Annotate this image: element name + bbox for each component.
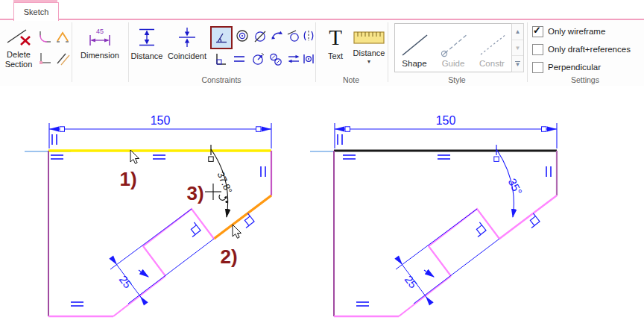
dimension-arrow: [49, 126, 59, 131]
distance-note-label: Distance: [353, 48, 385, 58]
dimension-grip[interactable]: [345, 127, 350, 132]
angle-handle-grip[interactable]: [209, 157, 213, 161]
dimension-button[interactable]: 45 Dimension: [73, 22, 127, 60]
diagonal-edge-selected[interactable]: [214, 195, 271, 239]
width-dimension-value[interactable]: 150: [436, 114, 456, 127]
gallery-expand-icon[interactable]: ▼: [512, 56, 523, 72]
text-note-label: Text: [328, 51, 343, 61]
settings-group-label: Settings: [571, 75, 599, 84]
corner-button[interactable]: [37, 50, 53, 66]
delete-section-icon: [5, 27, 32, 46]
equal-radius-constraint-icon: [268, 51, 283, 66]
concentric-constraint-icon: [235, 28, 250, 43]
dimension-direction-arrow[interactable]: [139, 270, 148, 277]
checkbox-label: Only wireframe: [548, 27, 605, 36]
width-dimension[interactable]: [335, 123, 557, 148]
checkbox-box[interactable]: [532, 62, 543, 73]
equal-glyph[interactable]: [51, 155, 63, 159]
style-item-guide[interactable]: Guide: [434, 24, 473, 70]
slot-dimension[interactable]: [110, 209, 214, 304]
equal-glyph[interactable]: [153, 155, 165, 159]
perpendicular-constraint-icon: [213, 51, 228, 66]
parallel-constraint-button[interactable]: [286, 51, 301, 66]
checkbox-label: Perpendicular: [548, 63, 601, 72]
setting-only-wireframe[interactable]: Only wireframe: [532, 25, 605, 38]
equal-glyph[interactable]: [356, 302, 369, 306]
style-item-label: Constr: [479, 59, 505, 68]
distance-constraint-button[interactable]: Distance: [129, 22, 165, 61]
gallery-scroll-down-icon[interactable]: ▼: [512, 40, 523, 57]
equal-glyph[interactable]: [438, 155, 450, 159]
style-item-constr[interactable]: Constr: [473, 24, 511, 70]
constraints-group-label: Constraints: [201, 75, 241, 84]
coincident-constraint-button[interactable]: Coincident: [165, 22, 209, 61]
diameter-constraint-button[interactable]: [253, 28, 268, 43]
concentric-constraint-button[interactable]: [235, 28, 250, 43]
width-dimension[interactable]: [49, 123, 271, 148]
dimension-icon-value: 45: [96, 28, 104, 35]
delete-section-button[interactable]: Delete Section: [1, 22, 36, 69]
tangent-constraint-button[interactable]: [270, 28, 285, 43]
parallel-constraint-icon: [286, 51, 301, 66]
ruler-icon: [353, 31, 385, 45]
perpendicular-glyph[interactable]: [525, 213, 540, 228]
angle-handle-grip[interactable]: [494, 157, 499, 161]
trim-extend-icon: [55, 51, 70, 66]
slot-dimension[interactable]: [396, 209, 499, 304]
step-label-1: 1): [119, 168, 136, 190]
dimension-label: Dimension: [80, 51, 119, 60]
dimension-grip[interactable]: [542, 127, 547, 132]
tab-sketch[interactable]: Sketch: [13, 2, 59, 21]
parallel-glyph[interactable]: [546, 166, 551, 177]
style-group-label: Style: [448, 75, 465, 84]
touch-constraint-button[interactable]: [286, 28, 301, 43]
angle-dimension-value[interactable]: 35°: [505, 176, 525, 197]
radius-constraint-button[interactable]: [250, 51, 265, 66]
parallel-glyph[interactable]: [52, 134, 57, 145]
width-dimension-value[interactable]: 150: [151, 114, 171, 127]
setting-perpendicular[interactable]: Perpendicular: [532, 60, 601, 74]
equal-constraint-button[interactable]: [232, 51, 247, 66]
chamfer-button[interactable]: [54, 28, 70, 44]
setting-only-draft-references[interactable]: Only draft+references: [532, 43, 631, 56]
style-gallery-scrollbar: ▲ ▼ ▼: [511, 23, 524, 72]
chevron-down-icon[interactable]: ▼: [367, 60, 372, 64]
equal-radius-constraint-button[interactable]: [268, 51, 283, 66]
slot-dimension-value[interactable]: 25: [402, 273, 420, 291]
perpendicular-glyph[interactable]: [186, 222, 201, 237]
tab-bar: Sketch: [0, 0, 644, 20]
dimension-arrow: [335, 126, 344, 131]
perpendicular-constraint-button[interactable]: [213, 51, 228, 66]
equal-glyph[interactable]: [71, 302, 83, 306]
perpendicular-glyph[interactable]: [471, 222, 486, 237]
dimension-direction-arrow[interactable]: [424, 270, 434, 277]
trim-extend-button[interactable]: [54, 50, 70, 66]
checkbox-box[interactable]: [532, 44, 543, 55]
sketch-canvas[interactable]: 150: [0, 86, 644, 332]
left-sketch: 150: [25, 114, 271, 316]
diagonal-edge[interactable]: [499, 195, 557, 239]
dimension-grip[interactable]: [60, 127, 65, 132]
fillet-button[interactable]: [37, 28, 53, 44]
mouse-cursor: [130, 150, 139, 163]
mouse-cursor: [233, 225, 242, 238]
symmetric-constraint-button[interactable]: [301, 51, 316, 66]
checkbox-box[interactable]: [532, 26, 543, 37]
slot-dimension-value[interactable]: 25: [117, 273, 135, 291]
gallery-scroll-up-icon[interactable]: ▲: [512, 24, 523, 40]
angle-constraint-button-selected[interactable]: [210, 26, 233, 49]
corner-icon: [38, 51, 53, 66]
dimension-grip[interactable]: [256, 127, 262, 132]
distance-note-button[interactable]: Distance ▼: [350, 22, 388, 64]
shape-line-icon: [397, 31, 432, 59]
parallel-glyph[interactable]: [338, 134, 342, 145]
text-note-button[interactable]: T Text: [319, 22, 352, 61]
distance-constraint-label: Distance: [131, 51, 163, 61]
split-constraint-button[interactable]: [301, 28, 316, 43]
parallel-glyph[interactable]: [261, 166, 265, 177]
symmetric-constraint-icon: [301, 51, 316, 66]
tab-sketch-label: Sketch: [24, 7, 49, 16]
equal-glyph[interactable]: [343, 155, 356, 159]
delete-section-label: Delete Section: [1, 50, 36, 69]
style-item-shape[interactable]: Shape: [395, 24, 434, 70]
